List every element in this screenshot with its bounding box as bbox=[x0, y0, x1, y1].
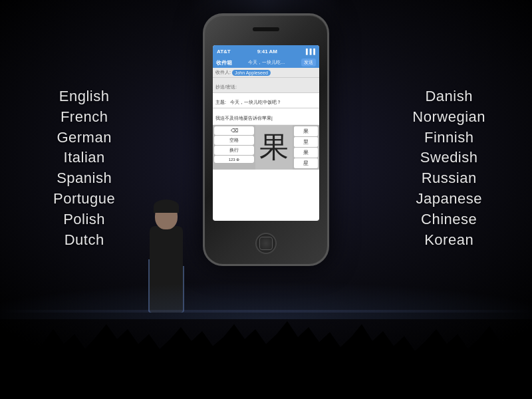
subject-field-row: 主题: 今天，一块儿吃中饭吧？ bbox=[213, 93, 319, 108]
suggestion-4[interactable]: 星 bbox=[294, 158, 318, 168]
return-key[interactable]: 换行 bbox=[214, 146, 254, 155]
lang-russian: Russian bbox=[412, 168, 485, 189]
to-value: John Appleseed bbox=[232, 70, 271, 76]
suggestion-3[interactable]: 果 bbox=[294, 148, 318, 158]
iphone-screen: AT&T 9:41 AM ▐▐▐ 收件箱 今天，一块儿吃… 发送 收件人: Jo… bbox=[213, 45, 319, 221]
subject-label-key: 主题: bbox=[215, 100, 226, 104]
iphone-body: AT&T 9:41 AM ▐▐▐ 收件箱 今天，一块儿吃… 发送 收件人: Jo… bbox=[203, 13, 329, 266]
languages-right-panel: Danish Norwegian Finnish Swedish Russian… bbox=[412, 86, 485, 250]
iphone-home-button[interactable] bbox=[255, 233, 277, 254]
lang-french: French bbox=[53, 107, 115, 128]
num-key[interactable]: 123 ⊕ bbox=[214, 156, 254, 163]
to-field-row: 收件人: John Appleseed bbox=[213, 68, 319, 78]
suggestion-2[interactable]: 里 bbox=[294, 137, 318, 147]
body-text: 我迫不及待地要告诉你苹果| bbox=[215, 116, 273, 120]
signal-label: ▐▐▐ bbox=[304, 49, 315, 55]
body-field: 我迫不及待地要告诉你苹果| bbox=[213, 108, 319, 125]
keyboard-right-suggestions: 果 里 果 星 bbox=[293, 125, 319, 170]
app-header-bar: 收件箱 今天，一块儿吃… 发送 bbox=[213, 57, 319, 68]
suggestion-1[interactable]: 果 bbox=[294, 126, 318, 136]
status-bar: AT&T 9:41 AM ▐▐▐ bbox=[213, 45, 319, 57]
keyboard-left-panel: ⌫ 空格 换行 123 ⊕ bbox=[213, 125, 255, 170]
iphone-mockup: AT&T 9:41 AM ▐▐▐ 收件箱 今天，一块儿吃… 发送 收件人: Jo… bbox=[203, 13, 329, 266]
home-button-inner bbox=[259, 237, 273, 250]
lang-polish: Polish bbox=[53, 209, 115, 230]
lang-italian: Italian bbox=[53, 148, 115, 168]
carrier-label: AT&T bbox=[217, 49, 231, 55]
send-button[interactable]: 发送 bbox=[301, 59, 316, 66]
main-chinese-char: 果 bbox=[259, 133, 289, 162]
lang-japanese: Japanese bbox=[412, 189, 485, 209]
subject-value: 今天，一块儿吃中饭吧？ bbox=[230, 100, 281, 104]
lang-spanish: Spanish bbox=[53, 168, 115, 189]
chinese-keyboard: ⌫ 空格 换行 123 ⊕ 果 果 里 果 星 bbox=[213, 125, 319, 170]
lang-english: English bbox=[53, 86, 115, 107]
time-label: 9:41 AM bbox=[257, 49, 277, 55]
languages-left-panel: English French German Italian Spanish Po… bbox=[53, 86, 115, 250]
keyboard-main-char: 果 bbox=[255, 125, 293, 170]
iphone-speaker bbox=[253, 27, 279, 31]
lang-danish: Danish bbox=[412, 86, 485, 107]
lang-swedish: Swedish bbox=[412, 148, 485, 168]
floor-glow bbox=[0, 266, 532, 319]
lang-chinese: Chinese bbox=[412, 209, 485, 230]
back-button-label[interactable]: 收件箱 bbox=[216, 59, 232, 66]
lang-korean: Korean bbox=[412, 230, 485, 251]
speaker-hair bbox=[154, 200, 179, 213]
delete-key[interactable]: ⌫ bbox=[214, 126, 254, 135]
space-key[interactable]: 空格 bbox=[214, 136, 254, 145]
lang-norwegian: Norwegian bbox=[412, 107, 485, 128]
message-title: 今天，一块儿吃… bbox=[248, 59, 285, 66]
lang-portuguese: Portugue bbox=[53, 189, 115, 209]
lang-dutch: Dutch bbox=[53, 230, 115, 251]
to-label: 收件人: bbox=[215, 69, 231, 76]
bcc-field-row: 抄送/密送: bbox=[213, 78, 319, 93]
lang-finnish: Finnish bbox=[412, 128, 485, 148]
lang-german: German bbox=[53, 128, 115, 148]
bcc-label: 抄送/密送: bbox=[215, 84, 237, 89]
